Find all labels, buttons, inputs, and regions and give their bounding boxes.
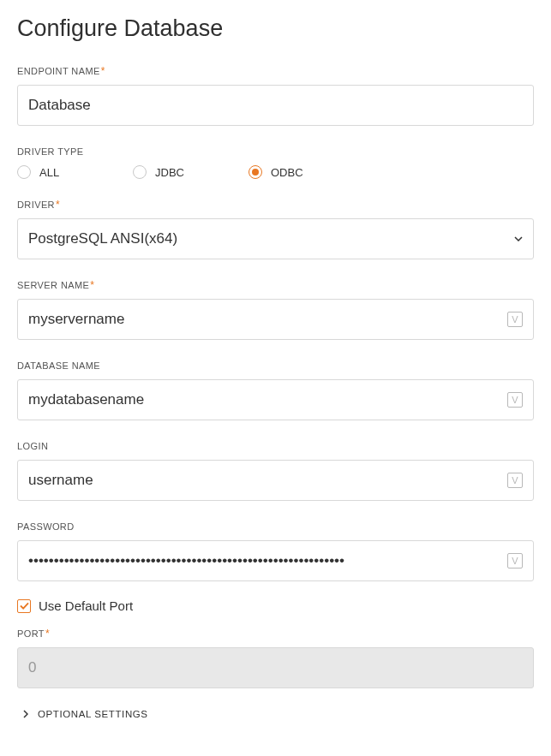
driver-select-value: PostgreSQL ANSI(x64): [28, 230, 514, 247]
radio-label: ALL: [39, 166, 59, 179]
radio-circle-icon: [133, 165, 147, 179]
checkbox-box-icon: [17, 599, 31, 613]
password-group: PASSWORD V: [17, 518, 534, 581]
server-name-label: SERVER NAME: [17, 280, 89, 290]
server-name-input-wrapper[interactable]: V: [17, 299, 534, 340]
port-group: PORT*: [17, 625, 534, 688]
endpoint-name-input-wrapper[interactable]: [17, 85, 534, 126]
use-default-port-checkbox[interactable]: Use Default Port: [17, 598, 534, 613]
login-label: LOGIN: [17, 441, 48, 451]
endpoint-name-group: ENDPOINT NAME*: [17, 63, 534, 126]
variable-icon[interactable]: V: [507, 473, 523, 488]
radio-option-odbc[interactable]: ODBC: [249, 165, 364, 179]
radio-option-jdbc[interactable]: JDBC: [133, 165, 249, 179]
radio-circle-icon: [17, 165, 31, 179]
database-name-group: DATABASE NAME V: [17, 357, 534, 420]
driver-label: DRIVER: [17, 199, 55, 210]
password-input[interactable]: [28, 541, 500, 580]
password-label: PASSWORD: [17, 521, 75, 532]
radio-label: JDBC: [155, 166, 184, 179]
password-input-wrapper[interactable]: V: [17, 540, 534, 581]
required-star-icon: *: [90, 279, 94, 291]
required-star-icon: *: [45, 628, 50, 640]
use-default-port-label: Use Default Port: [39, 598, 133, 613]
login-input[interactable]: [28, 461, 500, 500]
database-name-input-wrapper[interactable]: V: [17, 379, 534, 420]
port-input-wrapper: [17, 647, 534, 688]
chevron-down-icon: [514, 235, 523, 243]
variable-icon[interactable]: V: [507, 392, 523, 408]
driver-select[interactable]: PostgreSQL ANSI(x64): [17, 218, 534, 259]
radio-option-all[interactable]: ALL: [17, 165, 133, 179]
database-name-input[interactable]: [28, 380, 500, 420]
login-input-wrapper[interactable]: V: [17, 460, 534, 501]
endpoint-name-label: ENDPOINT NAME: [17, 66, 100, 76]
driver-type-radio-row: ALL JDBC ODBC: [17, 165, 534, 179]
server-name-input[interactable]: [28, 300, 500, 339]
driver-group: DRIVER* PostgreSQL ANSI(x64): [17, 196, 534, 259]
required-star-icon: *: [56, 199, 60, 211]
optional-settings-label: OPTIONAL SETTINGS: [38, 709, 148, 719]
endpoint-name-input[interactable]: [28, 86, 523, 125]
variable-icon[interactable]: V: [507, 312, 523, 327]
optional-settings-toggle[interactable]: OPTIONAL SETTINGS: [17, 705, 534, 723]
port-label: PORT: [17, 628, 45, 639]
page-title: Configure Database: [17, 15, 534, 42]
radio-circle-icon: [249, 165, 262, 179]
port-input: [28, 648, 523, 688]
required-star-icon: *: [101, 65, 105, 77]
driver-type-label: DRIVER TYPE: [17, 146, 84, 157]
database-name-label: DATABASE NAME: [17, 360, 100, 371]
login-group: LOGIN V: [17, 438, 534, 501]
server-name-group: SERVER NAME* V: [17, 277, 534, 340]
variable-icon[interactable]: V: [507, 553, 523, 568]
driver-type-group: DRIVER TYPE ALL JDBC ODBC: [17, 143, 534, 179]
chevron-right-icon: [22, 711, 29, 717]
radio-label: ODBC: [271, 166, 303, 179]
